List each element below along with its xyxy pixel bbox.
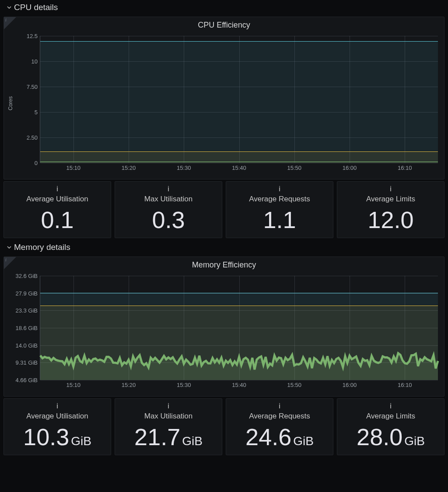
x-tick: 16:10 xyxy=(398,165,412,171)
stat-number: 0.3 xyxy=(152,207,185,233)
cpu-plot-area[interactable]: 02.5057.501012.515:1015:2015:3015:4015:5… xyxy=(40,36,438,163)
chevron-down-icon xyxy=(7,5,11,10)
section-title: Memory details xyxy=(14,242,70,252)
x-tick: 16:10 xyxy=(398,382,412,388)
x-tick: 15:10 xyxy=(66,165,80,171)
chevron-down-icon xyxy=(7,245,11,250)
y-tick: 5 xyxy=(35,109,38,116)
stat-unit: GiB xyxy=(293,434,314,448)
x-tick: 15:40 xyxy=(232,382,246,388)
stat-number: 1.1 xyxy=(263,207,296,233)
y-tick: 4.66 GiB xyxy=(15,377,38,383)
stat-value: 28.0GiB xyxy=(339,425,442,449)
stat-number: 21.7 xyxy=(134,424,180,450)
stat-title[interactable]: Average Limits xyxy=(339,193,442,208)
x-tick: 15:10 xyxy=(66,382,80,388)
panel-title[interactable]: CPU Efficiency xyxy=(4,17,444,32)
x-tick: 15:30 xyxy=(177,382,191,388)
stat-number: 0.1 xyxy=(41,207,74,233)
section-header-cpu[interactable]: CPU details xyxy=(0,0,448,15)
y-tick: 23.3 GiB xyxy=(15,307,38,314)
cpu-stat-3[interactable]: iAverage Limits12.0 xyxy=(337,181,444,238)
info-icon[interactable]: i xyxy=(6,402,109,410)
stat-value: 1.1 xyxy=(228,208,331,232)
section-title: CPU details xyxy=(14,3,58,12)
stat-number: 10.3 xyxy=(23,424,69,450)
x-tick: 15:20 xyxy=(122,382,136,388)
y-tick: 14.0 GiB xyxy=(15,342,38,348)
cpu-chart-body: 02.5057.501012.515:1015:2015:3015:4015:5… xyxy=(14,32,441,175)
mem-stat-1[interactable]: iMax Utilisation21.7GiB xyxy=(115,398,222,455)
y-tick: 0 xyxy=(35,160,38,166)
stat-title[interactable]: Average Requests xyxy=(228,193,331,208)
info-icon[interactable]: i xyxy=(117,402,220,410)
mem-plot-area[interactable]: 4.66 GiB9.31 GiB14.0 GiB18.6 GiB23.3 GiB… xyxy=(40,276,438,380)
stat-title[interactable]: Max Utilisation xyxy=(117,193,220,208)
stat-number: 28.0 xyxy=(357,424,402,450)
x-tick: 15:50 xyxy=(287,165,301,171)
info-icon[interactable]: i xyxy=(117,185,220,193)
stat-title[interactable]: Average Limits xyxy=(339,410,442,425)
cpu-stat-2[interactable]: iAverage Requests1.1 xyxy=(226,181,333,238)
info-icon[interactable]: i xyxy=(4,257,16,269)
panel-memory-efficiency[interactable]: i Memory Efficiency 4.66 GiB9.31 GiB14.0… xyxy=(4,257,444,397)
stat-value: 0.3 xyxy=(117,208,220,232)
stat-unit: GiB xyxy=(404,434,425,448)
panel-cpu-efficiency[interactable]: i CPU Efficiency Cores 02.5057.501012.51… xyxy=(4,17,444,179)
stat-title[interactable]: Max Utilisation xyxy=(117,410,220,425)
info-icon[interactable]: i xyxy=(4,17,16,29)
info-icon[interactable]: i xyxy=(228,402,331,410)
x-tick: 15:40 xyxy=(232,165,246,171)
x-tick: 15:20 xyxy=(122,165,136,171)
stat-value: 21.7GiB xyxy=(117,425,220,449)
stat-title[interactable]: Average Utilisation xyxy=(6,410,109,425)
stat-unit: GiB xyxy=(71,434,91,448)
mem-stat-3[interactable]: iAverage Limits28.0GiB xyxy=(337,398,444,455)
y-tick: 32.6 GiB xyxy=(15,273,38,279)
y-axis-label: Cores xyxy=(7,32,14,175)
stat-unit: GiB xyxy=(182,434,203,448)
info-icon[interactable]: i xyxy=(6,185,109,193)
y-tick: 7.50 xyxy=(27,84,38,90)
y-tick: 12.5 xyxy=(27,33,38,39)
stat-number: 24.6 xyxy=(245,424,291,450)
section-header-memory[interactable]: Memory details xyxy=(0,240,448,255)
y-tick: 9.31 GiB xyxy=(15,359,38,366)
info-icon[interactable]: i xyxy=(339,185,442,193)
cpu-stat-row: iAverage Utilisation0.1iMax Utilisation0… xyxy=(4,181,444,238)
cpu-stat-1[interactable]: iMax Utilisation0.3 xyxy=(115,181,222,238)
x-tick: 15:50 xyxy=(287,382,301,388)
mem-stat-0[interactable]: iAverage Utilisation10.3GiB xyxy=(4,398,111,455)
x-tick: 16:00 xyxy=(343,382,357,388)
info-icon[interactable]: i xyxy=(339,402,442,410)
stat-value: 24.6GiB xyxy=(228,425,331,449)
stat-title[interactable]: Average Requests xyxy=(228,410,331,425)
x-tick: 16:00 xyxy=(343,165,357,171)
stat-value: 12.0 xyxy=(339,208,442,232)
panel-title[interactable]: Memory Efficiency xyxy=(4,257,444,271)
stat-value: 10.3GiB xyxy=(6,425,109,449)
x-tick: 15:30 xyxy=(177,165,191,171)
y-tick: 18.6 GiB xyxy=(15,325,38,331)
mem-chart-body: 4.66 GiB9.31 GiB14.0 GiB18.6 GiB23.3 GiB… xyxy=(7,271,441,392)
stat-number: 12.0 xyxy=(368,207,413,233)
info-icon[interactable]: i xyxy=(228,185,331,193)
cpu-stat-0[interactable]: iAverage Utilisation0.1 xyxy=(4,181,111,238)
mem-stat-row: iAverage Utilisation10.3GiBiMax Utilisat… xyxy=(4,398,444,455)
stat-title[interactable]: Average Utilisation xyxy=(6,193,109,208)
stat-value: 0.1 xyxy=(6,208,109,232)
usage-series xyxy=(40,276,438,380)
y-tick: 10 xyxy=(32,58,38,65)
mem-stat-2[interactable]: iAverage Requests24.6GiB xyxy=(226,398,333,455)
y-tick: 27.9 GiB xyxy=(15,290,38,296)
y-tick: 2.50 xyxy=(27,134,38,141)
